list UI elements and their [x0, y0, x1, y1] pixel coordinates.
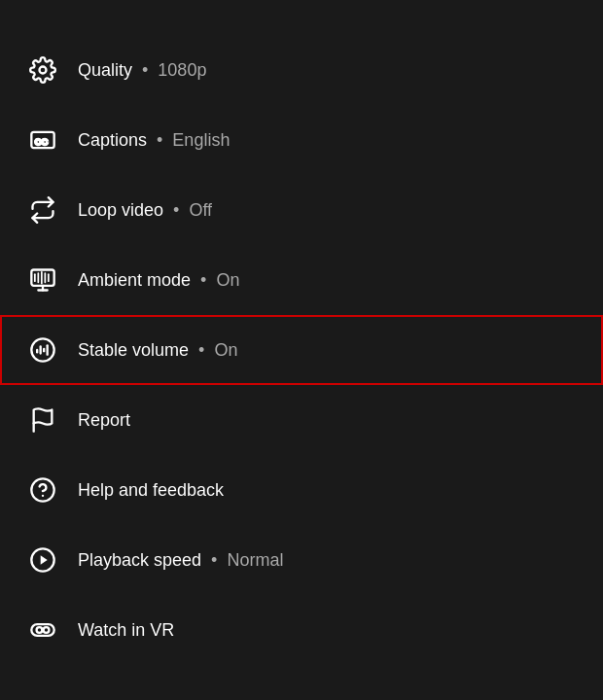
stable-volume-dot: • [198, 340, 204, 361]
flag-icon [23, 401, 62, 439]
menu-item-help[interactable]: Help and feedback [0, 455, 603, 525]
vr-icon [23, 611, 62, 649]
vr-text: Watch in VR [78, 620, 580, 641]
quality-value: 1080p [158, 60, 206, 81]
loop-label: Loop video [78, 200, 163, 221]
playback-label: Playback speed [78, 550, 201, 571]
menu-item-playback[interactable]: Playback speed • Normal [0, 525, 603, 595]
captions-label: Captions [78, 130, 147, 151]
cc-icon: CC [23, 121, 62, 159]
captions-text: Captions • English [78, 130, 580, 151]
playback-dot: • [211, 550, 217, 571]
quality-label: Quality [78, 60, 132, 81]
quality-dot: • [142, 60, 148, 81]
stable-volume-icon [23, 331, 62, 369]
stable-volume-value: On [214, 340, 237, 361]
captions-dot: • [157, 130, 162, 151]
menu-item-captions[interactable]: CC Captions • English [0, 105, 603, 175]
stable-volume-label: Stable volume [78, 340, 189, 361]
vr-label: Watch in VR [78, 620, 174, 641]
gear-icon [23, 51, 62, 89]
ambient-value: On [216, 270, 239, 291]
captions-value: English [172, 130, 230, 151]
menu-item-vr[interactable]: Watch in VR [0, 595, 603, 665]
playback-value: Normal [227, 550, 283, 571]
loop-dot: • [173, 200, 179, 221]
svg-point-0 [40, 67, 47, 74]
help-icon [23, 471, 62, 509]
svg-text:CC: CC [35, 137, 49, 147]
menu-item-stable-volume[interactable]: Stable volume • On [0, 315, 603, 385]
menu-item-loop[interactable]: Loop video • Off [0, 175, 603, 245]
menu-item-quality[interactable]: Quality • 1080p [0, 35, 603, 105]
ambient-text: Ambient mode • On [78, 270, 580, 291]
menu-item-report[interactable]: Report [0, 385, 603, 455]
ambient-dot: • [200, 270, 206, 291]
playback-speed-icon [23, 541, 62, 579]
stable-volume-text: Stable volume • On [78, 340, 580, 361]
loop-text: Loop video • Off [78, 200, 580, 221]
menu-item-ambient[interactable]: Ambient mode • On [0, 245, 603, 315]
help-text: Help and feedback [78, 480, 580, 501]
ambient-icon [23, 261, 62, 299]
svg-marker-20 [41, 555, 48, 564]
help-label: Help and feedback [78, 480, 224, 501]
ambient-label: Ambient mode [78, 270, 191, 291]
loop-icon [23, 191, 62, 229]
quality-text: Quality • 1080p [78, 60, 580, 81]
loop-value: Off [189, 200, 212, 221]
settings-menu: Quality • 1080p CC Captions • English [0, 27, 603, 673]
playback-text: Playback speed • Normal [78, 550, 580, 571]
report-text: Report [78, 410, 580, 431]
report-label: Report [78, 410, 130, 431]
